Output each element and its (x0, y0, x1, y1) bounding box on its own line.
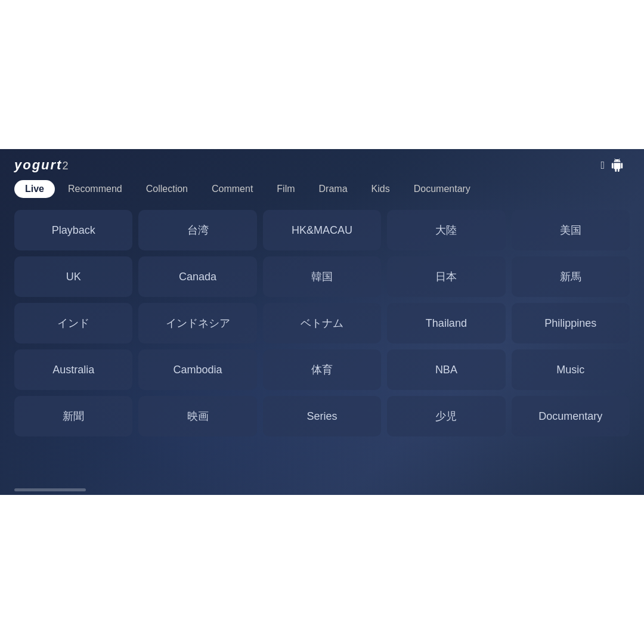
tab-collection[interactable]: Collection (135, 180, 199, 198)
category-usa[interactable]: 美国 (512, 210, 630, 250)
category-label: 韓国 (311, 270, 333, 284)
grid-container: Playback台湾HK&MACAU大陸美国UKCanada韓国日本新馬インドイ… (0, 204, 644, 442)
category-label: インド (57, 316, 89, 330)
logo-text: yogurt (14, 157, 62, 172)
header: yogurt2  (0, 149, 644, 178)
nav-tabs: LiveRecommendCollectionCommentFilmDramaK… (0, 178, 644, 204)
category-playback[interactable]: Playback (14, 210, 132, 250)
tab-film[interactable]: Film (266, 180, 305, 198)
category-indonesia[interactable]: インドネシア (138, 303, 256, 343)
category-japan[interactable]: 日本 (387, 256, 505, 297)
category-label: Playback (52, 224, 95, 237)
category-taiwan[interactable]: 台湾 (138, 210, 256, 250)
category-thailand[interactable]: Thailand (387, 303, 505, 343)
category-label: Documentary (538, 410, 602, 423)
category-label: Australia (52, 364, 94, 376)
category-label: Thailand (426, 317, 467, 330)
category-label: Music (556, 364, 584, 376)
category-india[interactable]: インド (14, 303, 132, 343)
category-label: Series (306, 410, 337, 423)
tab-recommend[interactable]: Recommend (57, 180, 133, 198)
category-vietnam[interactable]: ベトナム (263, 303, 381, 343)
category-label: 新馬 (560, 270, 581, 284)
android-icon (611, 159, 624, 172)
category-label: 体育 (311, 363, 333, 377)
category-documentary[interactable]: Documentary (512, 396, 630, 436)
category-australia[interactable]: Australia (14, 349, 132, 390)
category-label: 日本 (435, 270, 457, 284)
category-label: 大陸 (435, 223, 457, 237)
category-label: 美国 (560, 223, 581, 237)
bottom-bar (14, 488, 86, 491)
header-right:  (600, 159, 630, 172)
tab-kids[interactable]: Kids (361, 180, 401, 198)
category-philippines[interactable]: Philippines (512, 303, 630, 343)
tab-drama[interactable]: Drama (308, 180, 358, 198)
category-label: NBA (435, 364, 457, 376)
category-label: 少児 (435, 409, 457, 423)
category-music[interactable]: Music (512, 349, 630, 390)
logo-num: 2 (62, 160, 69, 172)
category-nba[interactable]: NBA (387, 349, 505, 390)
category-hk-macau[interactable]: HK&MACAU (263, 210, 381, 250)
category-label: 台湾 (187, 223, 209, 237)
app-logo: yogurt2 (14, 157, 69, 173)
category-cambodia[interactable]: Cambodia (138, 349, 256, 390)
category-movies[interactable]: 映画 (138, 396, 256, 436)
main-screen: yogurt2  LiveRecommendCollectionComment… (0, 149, 644, 495)
category-label: Cambodia (174, 364, 222, 376)
category-canada[interactable]: Canada (138, 256, 256, 297)
tab-live[interactable]: Live (14, 180, 55, 198)
category-korea[interactable]: 韓国 (263, 256, 381, 297)
category-news[interactable]: 新聞 (14, 396, 132, 436)
category-label: ベトナム (301, 316, 343, 330)
category-label: 新聞 (63, 409, 84, 423)
category-sports[interactable]: 体育 (263, 349, 381, 390)
category-mainland[interactable]: 大陸 (387, 210, 505, 250)
category-label: Philippines (544, 317, 596, 330)
android-icon:  (600, 159, 605, 172)
category-label: UK (66, 271, 81, 283)
category-children[interactable]: 少児 (387, 396, 505, 436)
category-label: Canada (179, 271, 216, 283)
tab-documentary[interactable]: Documentary (403, 180, 481, 198)
category-label: インドネシア (166, 316, 230, 330)
category-label: 映画 (187, 409, 209, 423)
tab-comment[interactable]: Comment (201, 180, 264, 198)
category-grid: Playback台湾HK&MACAU大陸美国UKCanada韓国日本新馬インドイ… (14, 210, 630, 436)
category-xinma[interactable]: 新馬 (512, 256, 630, 297)
category-series[interactable]: Series (263, 396, 381, 436)
category-label: HK&MACAU (292, 224, 352, 237)
category-uk[interactable]: UK (14, 256, 132, 297)
